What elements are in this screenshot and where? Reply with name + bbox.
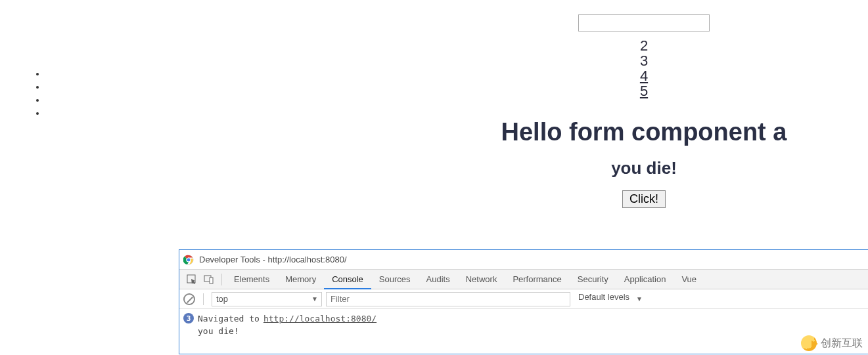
number-item: 3 (421, 53, 867, 68)
nav-url-link[interactable]: http://localhost:8080/ (263, 314, 377, 324)
tab-vue[interactable]: Vue (674, 270, 704, 289)
number-item: 2 (421, 38, 867, 53)
number-list: 2 3 4 5 (421, 38, 867, 98)
tab-elements[interactable]: Elements (226, 270, 277, 289)
console-filterbar: top Default levels (179, 289, 868, 309)
inspect-icon[interactable] (183, 271, 200, 288)
tab-application[interactable]: Application (616, 270, 674, 289)
tab-performance[interactable]: Performance (505, 270, 569, 289)
watermark-icon (801, 335, 817, 351)
component-heading: Hello form component a (421, 118, 867, 146)
log-levels-select[interactable]: Default levels (574, 292, 647, 306)
page-viewport: 2 3 4 5 Hello form component a you die! … (0, 0, 868, 248)
console-output: 3 Navigated to http://localhost:8080/ yo… (179, 309, 868, 340)
number-item: 5 (421, 83, 867, 98)
console-nav-line: 3 Navigated to http://localhost:8080/ (183, 312, 864, 325)
devtools-titlebar: Developer Tools - http://localhost:8080/ (179, 250, 868, 270)
tab-audits[interactable]: Audits (419, 270, 458, 289)
watermark: 创新互联 (801, 335, 863, 351)
context-select[interactable]: top (212, 292, 322, 306)
separator (221, 274, 222, 285)
device-toggle-icon[interactable] (200, 271, 217, 288)
tab-memory[interactable]: Memory (277, 270, 324, 289)
status-heading: you die! (421, 158, 867, 178)
chrome-icon (183, 255, 194, 265)
text-input[interactable] (578, 14, 710, 31)
console-log-text: you die! (198, 326, 239, 336)
number-item: 4 (421, 68, 867, 83)
levels-select-wrap: Default levels (574, 292, 647, 306)
tab-console[interactable]: Console (324, 270, 371, 289)
nav-text: Navigated to (198, 314, 260, 324)
console-filter-input[interactable] (326, 292, 570, 306)
main-content: 2 3 4 5 Hello form component a you die! … (421, 14, 867, 208)
devtools-title: Developer Tools - http://localhost:8080/ (199, 255, 347, 264)
context-select-wrap: top (212, 292, 322, 306)
tab-security[interactable]: Security (570, 270, 616, 289)
tab-sources[interactable]: Sources (371, 270, 419, 289)
clear-console-icon[interactable] (183, 293, 195, 305)
console-log-line: you die! (183, 325, 864, 337)
left-bullet-list (20, 60, 46, 121)
separator (203, 293, 204, 305)
nav-count-badge: 3 (183, 313, 194, 324)
watermark-text: 创新互联 (821, 337, 863, 350)
devtools-window: Developer Tools - http://localhost:8080/… (179, 249, 868, 354)
tab-network[interactable]: Network (458, 270, 505, 289)
svg-rect-5 (210, 278, 213, 283)
click-button[interactable]: Click! (622, 190, 666, 208)
devtools-tabs: Elements Memory Console Sources Audits N… (179, 270, 868, 289)
